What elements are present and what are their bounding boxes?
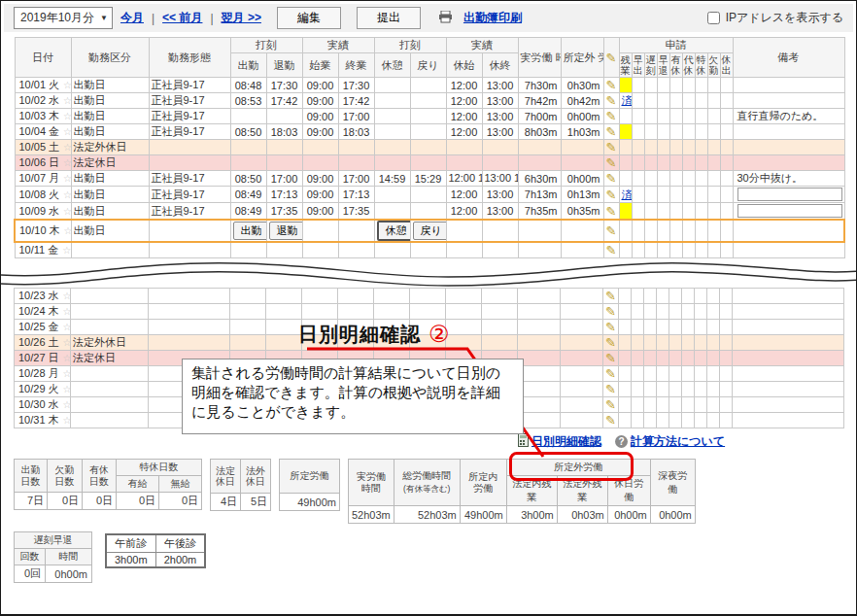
note-input[interactable]: [737, 188, 842, 201]
request-cell: [707, 320, 720, 335]
time-cell: 14:59: [374, 171, 410, 187]
request-cell: [669, 124, 682, 140]
time-cell: [410, 109, 446, 124]
request-cell: [669, 242, 682, 258]
edit-button[interactable]: 編集: [277, 7, 341, 29]
request-cell: [707, 366, 720, 382]
work-hours-cell: 7h00m: [518, 109, 561, 124]
ip-checkbox[interactable]: [707, 12, 720, 24]
note-cell: [733, 397, 844, 413]
pencil-cell: ✎: [603, 109, 619, 124]
time-cell: [482, 155, 518, 171]
time-cell: [266, 155, 302, 171]
request-cell: [695, 382, 707, 397]
this-month-link[interactable]: 今月: [120, 10, 144, 26]
request-cell: [707, 242, 720, 258]
month-select[interactable]: 2019年10月分 ▼: [14, 7, 113, 29]
request-cell: [644, 187, 657, 203]
return-button[interactable]: 戻り: [413, 222, 447, 240]
favorite-star-icon: ☆: [63, 384, 71, 394]
edit-pencil-icon[interactable]: ✎: [605, 335, 616, 350]
edit-pencil-icon[interactable]: ✎: [605, 304, 616, 319]
edit-pencil-icon[interactable]: ✎: [606, 204, 617, 219]
edit-pencil-icon[interactable]: ✎: [605, 351, 616, 365]
work-form-cell: [149, 155, 230, 171]
edit-pencil-icon[interactable]: ✎: [606, 140, 617, 154]
request-cell: [695, 140, 707, 155]
work-form-cell: 正社員9-17: [149, 109, 230, 124]
wave-separator: [1, 258, 857, 288]
time-cell: [230, 140, 266, 155]
date-cell: 10/04 金☆: [15, 124, 71, 140]
time-cell: 17:30: [338, 78, 374, 93]
edit-pencil-icon[interactable]: ✎: [606, 109, 617, 123]
break-button[interactable]: 休憩: [377, 221, 411, 241]
work-hours-cell: [518, 242, 561, 258]
col-header-note: 備考: [733, 38, 844, 78]
pencil-cell: ✎: [603, 203, 619, 221]
overtime-cell: [561, 140, 603, 155]
edit-pencil-icon[interactable]: ✎: [605, 413, 616, 428]
annotation-title: 日別明細確認 ②: [298, 321, 450, 348]
edit-pencil-icon[interactable]: ✎: [606, 93, 617, 108]
edit-pencil-icon[interactable]: ✎: [606, 171, 617, 186]
edit-pencil-icon[interactable]: ✎: [606, 243, 617, 257]
time-cell: 09:00: [302, 203, 338, 221]
request-cell: [720, 220, 733, 242]
submit-button[interactable]: 提出: [357, 7, 421, 29]
edit-pencil-icon[interactable]: ✎: [606, 155, 617, 170]
time-cell: 17:35: [266, 203, 302, 221]
work-hours-cell: 7h30m: [518, 78, 561, 93]
time-cell: [446, 155, 482, 171]
edit-pencil-icon[interactable]: ✎: [606, 188, 617, 202]
attendance-row-10-06: 10/06 日☆法定休日✎: [15, 155, 844, 171]
edit-pencil-icon[interactable]: ✎: [605, 366, 616, 381]
print-attendance-link[interactable]: 出勤簿印刷: [463, 10, 522, 26]
punch-in-button[interactable]: 出勤: [233, 222, 267, 240]
summary-special-paid-value: 0日: [117, 493, 159, 510]
month-select-value: 2019年10月分: [20, 10, 94, 26]
request-cell: [720, 413, 733, 428]
time-cell: 12:00: [446, 78, 482, 93]
overtime-request-cell: [619, 366, 632, 382]
annotation-box: 集計される労働時間の計算結果について日別の明細を確認できます。計算の根拠や説明を…: [182, 359, 524, 434]
pencil-cell: ✎: [603, 335, 619, 351]
time-cell: 13:00: [482, 93, 518, 109]
request-cell: [707, 109, 720, 124]
overtime-request-cell: [619, 140, 632, 155]
request-done-link[interactable]: 済: [622, 93, 630, 108]
work-form-cell: 正社員9-17: [149, 93, 230, 109]
time-cell: 09:00: [302, 93, 338, 109]
request-cell: [657, 413, 669, 428]
edit-pencil-icon[interactable]: ✎: [605, 397, 616, 412]
edit-pencil-icon[interactable]: ✎: [605, 382, 616, 396]
work-hours-cell: 7h13m: [518, 187, 561, 203]
daily-detail-link[interactable]: 日別明細確認: [531, 434, 601, 448]
pencil-cell: ✎: [603, 351, 619, 366]
edit-pencil-icon[interactable]: ✎: [605, 289, 616, 303]
edit-pencil-icon[interactable]: ✎: [606, 223, 617, 238]
edit-pencil-icon[interactable]: ✎: [606, 124, 617, 139]
overtime-request-cell: [619, 109, 632, 124]
prev-month-link[interactable]: << 前月: [162, 10, 202, 26]
work-form-cell: [149, 140, 230, 155]
time-cell: 09:00: [302, 124, 338, 140]
request-cell: [695, 397, 707, 413]
calc-method-link[interactable]: 計算方法について: [631, 434, 725, 448]
date-cell: 10/01 火☆: [15, 78, 71, 93]
edit-pencil-icon[interactable]: ✎: [605, 320, 616, 334]
request-cell: [632, 304, 644, 320]
col-header-break-out: 休憩: [374, 53, 410, 78]
punch-out-button[interactable]: 退勤: [269, 222, 303, 240]
request-cell: [632, 203, 644, 221]
group-header-requests: 申請: [619, 38, 733, 53]
summary-hours-table: 実労働 時間 総労働時間(有休等含む) 所定内 労働 所定外労働 深夜労働 法定…: [348, 459, 696, 524]
next-month-link[interactable]: 翌月 >>: [222, 10, 261, 26]
printer-icon: [438, 11, 453, 26]
request-done-link[interactable]: 済: [622, 188, 630, 202]
edit-pencil-icon[interactable]: ✎: [606, 78, 617, 92]
note-input[interactable]: [737, 204, 842, 218]
work-hours-cell: [518, 320, 561, 335]
summary-nonlegal-holiday-value: 5日: [241, 494, 271, 511]
request-cell: [682, 397, 695, 413]
